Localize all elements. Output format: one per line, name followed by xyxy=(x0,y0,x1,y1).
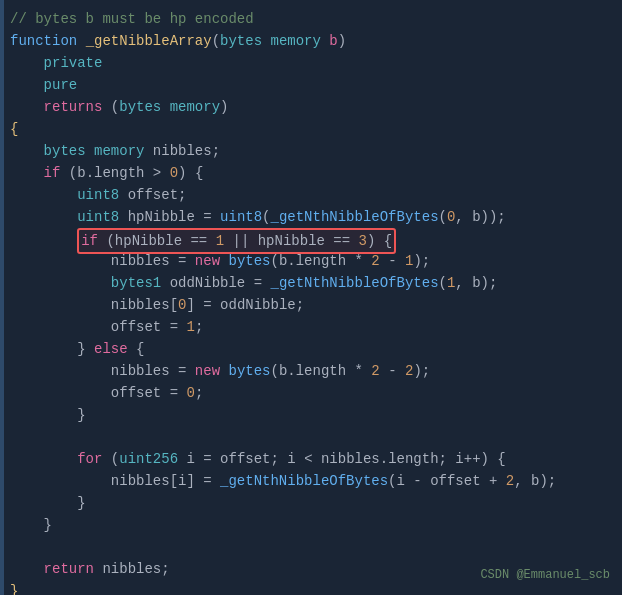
code-line-7: bytes memory nibbles; xyxy=(10,140,612,162)
watermark: CSDN @Emmanuel_scb xyxy=(480,566,610,585)
code-line-15: offset = 1; xyxy=(10,316,612,338)
left-border xyxy=(0,0,4,595)
code-line-23: } xyxy=(10,492,612,514)
code-line-2: function _getNibbleArray(bytes memory b) xyxy=(10,30,612,52)
code-line-3: private xyxy=(10,52,612,74)
code-line-1: // bytes b must be hp encoded xyxy=(10,8,612,30)
code-line-10: uint8 hpNibble = uint8(_getNthNibbleOfBy… xyxy=(10,206,612,228)
code-line-4: pure xyxy=(10,74,612,96)
code-line-20 xyxy=(10,426,612,448)
code-line-24: } xyxy=(10,514,612,536)
code-editor: // bytes b must be hp encoded function _… xyxy=(0,0,622,595)
code-line-13: bytes1 oddNibble = _getNthNibbleOfBytes(… xyxy=(10,272,612,294)
code-line-25 xyxy=(10,536,612,558)
code-line-18: offset = 0; xyxy=(10,382,612,404)
code-line-6: { xyxy=(10,118,612,140)
code-line-9: uint8 offset; xyxy=(10,184,612,206)
code-line-19: } xyxy=(10,404,612,426)
code-line-14: nibbles[0] = oddNibble; xyxy=(10,294,612,316)
code-line-12: nibbles = new bytes(b.length * 2 - 1); xyxy=(10,250,612,272)
code-line-8: if (b.length > 0) { xyxy=(10,162,612,184)
code-line-16: } else { xyxy=(10,338,612,360)
code-line-11: if (hpNibble == 1 || hpNibble == 3) { xyxy=(10,228,612,250)
code-line-22: nibbles[i] = _getNthNibbleOfBytes(i - of… xyxy=(10,470,612,492)
code-line-5: returns (bytes memory) xyxy=(10,96,612,118)
code-line-17: nibbles = new bytes(b.length * 2 - 2); xyxy=(10,360,612,382)
code-line-21: for (uint256 i = offset; i < nibbles.len… xyxy=(10,448,612,470)
